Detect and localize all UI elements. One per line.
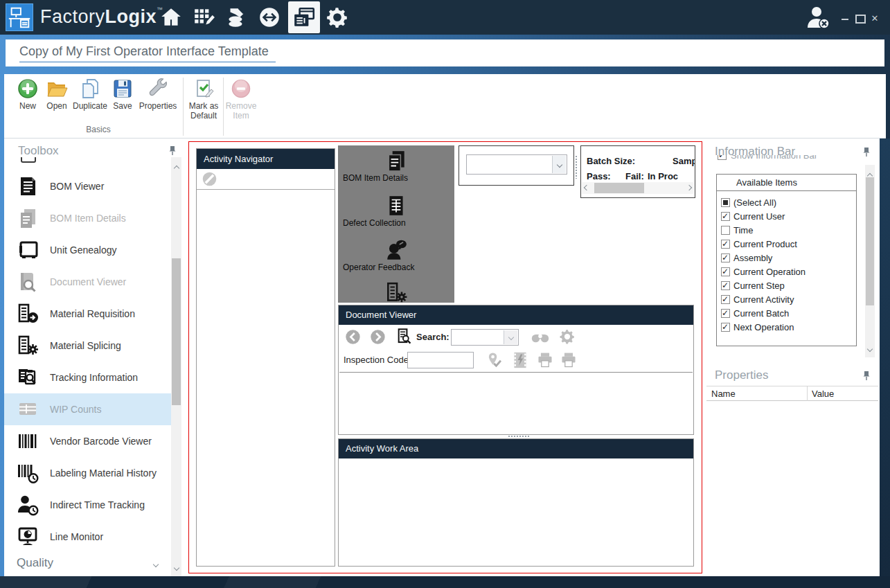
palette-item-operator-feedback[interactable]: Operator Feedback [338,238,454,278]
search-settings-gear-icon[interactable] [559,328,576,345]
available-item-next-operation[interactable]: Next Operation [717,320,856,334]
palette-item-defect-collection[interactable]: Defect Collection [338,194,454,233]
template-title-field[interactable]: Copy of My First Operator Interface Temp… [6,39,884,66]
search-combobox[interactable] [451,329,519,346]
activity-work-area-panel[interactable]: Activity Work Area [338,438,694,567]
vertical-splitter-handle[interactable] [575,155,578,179]
toolbox-item-indirect-time-tracking[interactable]: Indirect Time Tracking [4,489,171,521]
palette-item-label: BOM Item Details [338,173,454,183]
toolbox-item-bom-item-details[interactable]: BOM Item Details [4,202,171,234]
template-title[interactable]: Copy of My First Operator Interface Temp… [19,44,276,62]
current-product-checkbox[interactable] [721,240,730,249]
properties-column-value[interactable]: Value [812,389,834,399]
current-batch-checkbox[interactable] [721,309,730,318]
open-button[interactable]: Open [43,78,71,111]
document-viewer-content[interactable] [339,372,693,434]
duplicate-button[interactable]: Duplicate [71,78,109,111]
document-search-icon[interactable] [395,328,413,345]
show-information-bar-checkbox[interactable] [718,155,727,160]
properties-wrench-icon [147,78,169,100]
new-icon [17,78,39,100]
toolbox-scrollbar[interactable] [171,157,181,576]
available-item-assembly[interactable]: Assembly [717,251,856,265]
toolbox-item-wip-counts[interactable]: WIP Counts [4,393,171,425]
print-alt-icon[interactable] [560,351,578,369]
remove-item-button[interactable]: Remove Item [224,78,258,121]
available-item-label: Current User [733,211,785,222]
current-step-checkbox[interactable] [721,281,730,290]
widget-combobox[interactable] [466,154,567,175]
batch-scrollbar-thumb[interactable] [594,183,644,193]
toolbox-item-material-splicing[interactable]: Material Splicing [4,330,171,362]
information-bar-scrollbar[interactable] [865,165,875,357]
time-checkbox[interactable] [721,226,730,235]
palette-item-bom-item-details[interactable]: BOM Item Details [338,149,454,188]
materials-icon[interactable] [224,6,248,29]
fail-label: Fail: [625,171,644,181]
toolbox-item-material-requisition[interactable]: Material Requisition [4,298,171,330]
inspection-code-input[interactable] [407,352,474,368]
back-button[interactable] [344,328,362,346]
production-definitions-icon[interactable] [193,6,216,29]
print-icon[interactable] [536,351,554,369]
available-item-current-step[interactable]: Current Step [717,278,856,292]
film-lightning-icon[interactable] [512,351,528,369]
show-information-bar-row[interactable]: Show Information Bar [718,155,856,165]
close-button[interactable]: ✕ [869,13,880,24]
next-operation-checkbox[interactable] [721,323,730,332]
current-operation-checkbox[interactable] [721,267,730,276]
settings-gear-icon[interactable] [326,6,349,29]
properties-pin-icon[interactable] [862,371,871,384]
available-item-current-user[interactable]: Current User [717,209,856,223]
information-bar-pin-icon[interactable] [862,147,871,160]
minimize-button[interactable] [839,12,851,24]
toolbox-item-bom-viewer[interactable]: BOM Viewer [4,170,171,202]
bom-item-details-icon [17,207,39,229]
pin-check-icon[interactable] [486,351,504,369]
toolbox-item-vendor-barcode-viewer[interactable]: Vendor Barcode Viewer [4,425,171,457]
information-bar-scrollbar-thumb[interactable] [866,177,874,305]
toolbox-scrollbar-thumb[interactable] [172,258,181,405]
new-button[interactable]: New [14,78,42,111]
toolbox-section-quality[interactable]: Quality [4,553,171,576]
assembly-checkbox[interactable] [721,253,730,262]
indirect-time-tracking-icon [17,494,39,516]
home-icon[interactable] [159,6,183,29]
inspection-code-label: Inspection Code [344,355,409,365]
toolbox-item-tracking-information[interactable]: Tracking Information [4,362,171,393]
tracking-information-icon [17,366,39,389]
select-all-checkbox[interactable] [721,198,730,207]
toolbox-item-label: BOM Viewer [50,181,104,192]
toolbox-item-labeling-material-history[interactable]: Labeling Material History [4,457,171,489]
available-item-current-operation[interactable]: Current Operation [717,265,856,278]
available-item-select-all[interactable]: (Select All) [717,195,856,209]
toolbox-item-document-viewer[interactable]: Document Viewer [4,266,171,298]
current-user-checkbox[interactable] [721,212,730,221]
mark-as-default-button[interactable]: Mark as Default [186,78,222,121]
toolbox-item-unit-genealogy[interactable]: Unit Genealogy [4,234,171,266]
combobox-dropdown-button[interactable] [552,156,566,173]
operator-interfaces-icon-active[interactable] [292,6,316,30]
binoculars-icon[interactable] [531,331,549,344]
toolbox-item-partial[interactable] [21,157,37,163]
current-activity-checkbox[interactable] [721,295,730,304]
current-user-logout-icon[interactable] [806,6,832,30]
toolbox-title: Toolbox [18,144,59,158]
forward-button[interactable] [369,328,386,346]
save-button[interactable]: Save [109,78,136,111]
properties-button[interactable]: Properties [136,78,180,111]
properties-column-name[interactable]: Name [711,389,736,399]
available-item-current-product[interactable]: Current Product [717,237,856,251]
activity-navigator-panel[interactable]: Activity Navigator [196,148,335,567]
properties-column-divider[interactable] [807,386,808,402]
available-item-time[interactable]: Time [717,223,856,237]
properties-grid-body[interactable] [706,401,878,576]
transfer-icon[interactable] [258,6,281,29]
horizontal-splitter-handle[interactable] [508,435,530,438]
available-item-current-batch[interactable]: Current Batch [717,306,856,320]
search-dropdown-button[interactable] [504,330,517,344]
maximize-button[interactable] [855,12,866,24]
batch-horizontal-scrollbar[interactable] [582,182,694,194]
toolbox-item-line-monitor[interactable]: Line Monitor [4,521,171,553]
available-item-current-activity[interactable]: Current Activity [717,292,856,306]
